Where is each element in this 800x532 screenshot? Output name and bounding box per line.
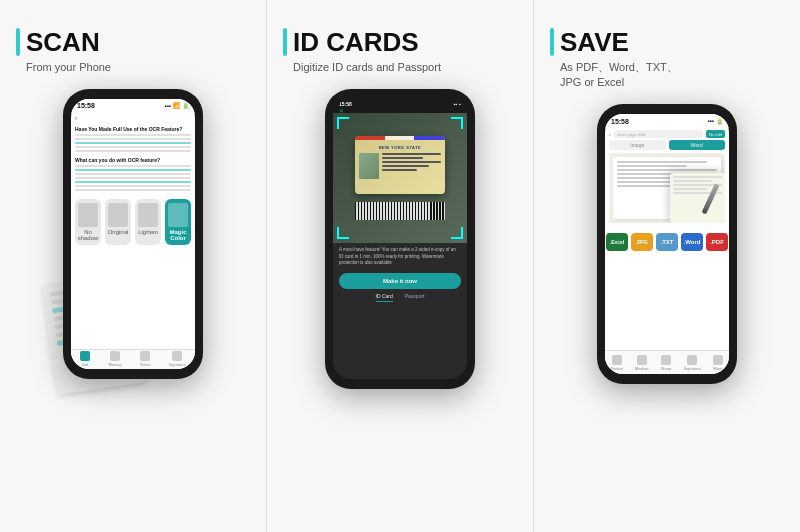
id-card-body (359, 153, 441, 179)
save-panel: SAVE As PDF、Word、TXT、 JPG or Excel 15:58… (533, 0, 800, 532)
battery-icon: 🔋 (182, 102, 189, 109)
filter-label: No shadow (78, 229, 99, 241)
badge-word: .Word (681, 233, 703, 251)
notebook-overlay (660, 168, 725, 223)
nav-signature[interactable]: Signature (169, 351, 186, 367)
markup-icon (637, 355, 647, 365)
status-icons: ▪▪▪ 🔋 (708, 118, 723, 125)
nav-label: Markup (108, 362, 121, 367)
ocr-line (75, 150, 191, 153)
nav-markup[interactable]: Markup (635, 355, 648, 371)
tab-image[interactable]: Image (609, 140, 666, 150)
save-bottom-nav: Notate Markup Share Signature More (605, 350, 729, 374)
scan-header: SCAN From your Phone (16, 28, 250, 75)
wifi-icon: 📶 (173, 102, 180, 109)
idcard-desc: A must-have feature! You can make a 2-si… (339, 247, 461, 267)
tab-passport[interactable]: Passport (405, 293, 425, 302)
scan-subtitle: From your Phone (16, 60, 250, 75)
scan-corner-br (451, 227, 463, 239)
bottom-nav: List Markup Notes Signature (71, 349, 195, 369)
back-button[interactable]: ‹ (609, 131, 611, 137)
filter-no-shadow[interactable]: No shadow (75, 199, 101, 245)
scan-title: SCAN (16, 28, 250, 57)
ocr-line (75, 185, 191, 188)
no-edit-badge: No edit (706, 130, 725, 138)
nav-more[interactable]: More (713, 355, 723, 371)
nav-markup[interactable]: Markup (108, 351, 121, 367)
idcards-title-accent (283, 28, 287, 56)
save-phone: 15:58 ▪▪▪ 🔋 ‹ Insert page 4title No edit (597, 104, 737, 384)
make-it-label: Make it now (383, 278, 417, 284)
save-screen-top: ‹ Insert page 4title No edit Image Word (605, 128, 729, 225)
id-barcode (355, 202, 445, 220)
share-icon (661, 355, 671, 365)
ocr-line (75, 134, 191, 137)
nb-line (673, 188, 707, 190)
save-title-accent (550, 28, 554, 56)
id-cards-container: NEW YORK STATE (355, 136, 445, 220)
idcards-subtitle: Digitize ID cards and Passport (283, 60, 517, 75)
status-time: 15:58 (611, 118, 629, 125)
excel-label: .Excel (610, 239, 624, 245)
ocr-content: Have You Made Full Use of the OCR Featur… (71, 124, 195, 195)
save-title-text: SAVE (560, 28, 629, 57)
nav-label: Notes (140, 362, 150, 367)
nav-list[interactable]: List (80, 351, 90, 367)
jpg-label: JPG (636, 239, 648, 245)
phone-screen: 15:58 ▪▪▪ 📶 🔋 ‹ Have You Made Full Use o… (71, 99, 195, 369)
ocr-line-hl (75, 142, 191, 145)
nav-signature[interactable]: Signature (684, 355, 701, 371)
status-icons: ▪▪▪ 📶 🔋 (165, 102, 189, 109)
id-card-front: NEW YORK STATE (355, 136, 445, 194)
filter-lighten[interactable]: Lighten (135, 199, 161, 245)
id-flag (355, 136, 445, 140)
title-input[interactable]: Insert page 4title (614, 130, 704, 138)
signal-icon: ▪▪▪ (708, 118, 714, 124)
id-status-icons: ▪▪ ▪ (454, 101, 461, 107)
nav-notes[interactable]: Notes (140, 351, 150, 367)
scan-corner-tl (337, 117, 349, 129)
badge-pdf: .PDF (706, 233, 728, 251)
badge-txt: .TXT (656, 233, 678, 251)
scan-phone-wrapper: 15:58 ▪▪▪ 📶 🔋 ‹ Have You Made Full Use o… (63, 85, 203, 379)
doc-line (617, 165, 687, 167)
scan-title-text: SCAN (26, 28, 100, 57)
filter-original[interactable]: Original (105, 199, 131, 245)
phone-notch (647, 104, 687, 114)
save-title: SAVE (550, 28, 784, 57)
filter-thumb (168, 203, 188, 227)
make-it-button[interactable]: Make it now (339, 273, 461, 289)
tab-idcard[interactable]: ID Card (376, 293, 393, 302)
id-info (382, 153, 441, 179)
markup-icon (110, 351, 120, 361)
phone-notch (113, 89, 153, 99)
nb-line (673, 176, 722, 178)
idcards-title-text: ID CARDS (293, 28, 419, 57)
back-button[interactable]: ‹ (71, 113, 195, 124)
battery-icon: 🔋 (716, 118, 723, 125)
nav-label: List (82, 362, 88, 367)
filter-thumb (108, 203, 128, 227)
nav-label: Signature (684, 366, 701, 371)
tab-word[interactable]: Word (669, 140, 726, 150)
notes-icon (140, 351, 150, 361)
ocr-line (75, 173, 191, 176)
ocr-line-hl (75, 181, 191, 184)
idcard-tabs: ID Card Passport (339, 293, 461, 302)
nav-label: Markup (635, 366, 648, 371)
scan-title-accent (16, 28, 20, 56)
nav-label: Signature (169, 362, 186, 367)
nav-notate[interactable]: Notate (611, 355, 623, 371)
list-icon (80, 351, 90, 361)
ocr-line (75, 189, 191, 192)
badge-jpg: JPG (631, 233, 653, 251)
nav-share[interactable]: Share (661, 355, 672, 371)
id-info-line (382, 161, 441, 163)
nav-label: Share (661, 366, 672, 371)
idcards-phone: 15:58 ▪▪ ▪ ✕ NEW YORK STATE (325, 89, 475, 389)
filter-magic-color[interactable]: Magic Color (165, 199, 191, 245)
nb-line (673, 180, 712, 182)
notebook (670, 173, 725, 223)
signal-icon: ▪▪ (454, 101, 458, 107)
phone-notch (380, 89, 420, 99)
